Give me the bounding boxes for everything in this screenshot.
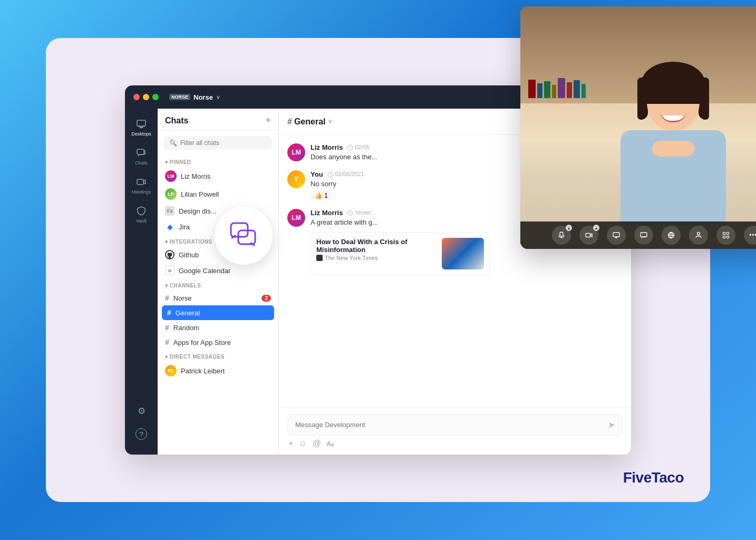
help-icon: ? [135, 428, 147, 440]
app-title: Norse [193, 93, 213, 101]
meetings-icon [135, 176, 147, 188]
chat-name-general: General [176, 309, 200, 317]
sidebar-item-meetings[interactable]: Meetings [128, 172, 154, 199]
vc-share-button[interactable] [689, 226, 708, 245]
chat-item-google-calendar[interactable]: G Google Calendar [158, 263, 278, 278]
design-icon: Fa [165, 206, 175, 216]
svg-rect-20 [723, 236, 725, 238]
norse-badge: 2 [261, 295, 271, 302]
msg2-reaction[interactable]: 👍 1 [311, 191, 332, 200]
maximize-button[interactable] [152, 94, 159, 100]
vc-mic-button[interactable]: ▲ [552, 226, 571, 245]
format-button[interactable]: Aₐ [326, 440, 334, 448]
smile [660, 111, 686, 122]
vc-screen-button[interactable] [607, 226, 626, 245]
chat-item-lilian-powell[interactable]: LP Lilian Powell [158, 185, 278, 203]
close-button[interactable] [133, 94, 140, 100]
camera-arrow: ▲ [593, 225, 599, 231]
filter-input-area[interactable]: 🔍 [164, 136, 272, 150]
chat-name-design-dis: Design dis... [179, 207, 217, 215]
shelf-books [528, 78, 586, 98]
chat-name-apps-for-app-store: Apps for App Store [173, 339, 231, 346]
avatar-msg1: LM [287, 143, 305, 161]
sidebar-item-desktops[interactable]: Desktops [128, 114, 154, 141]
channels-title: Chats [165, 116, 188, 126]
meetings-label: Meetings [132, 189, 151, 195]
link-preview-source: The New York Times [316, 255, 437, 261]
chats-icon [135, 147, 147, 159]
app-chevron-icon[interactable]: ∨ [216, 94, 220, 100]
mention-button[interactable]: @ [313, 439, 321, 448]
github-icon [165, 250, 175, 259]
vc-camera-button[interactable]: ▲ [579, 226, 598, 245]
chat-item-norse[interactable]: # Norse 2 [158, 291, 278, 305]
filter-input[interactable] [180, 139, 267, 147]
filter-icon: 🔍 [169, 139, 177, 147]
chat-name-liz-morris: Liz Morris [181, 172, 210, 180]
msg2-time: 02/06/2021 [327, 171, 364, 178]
chats-label: Chats [135, 160, 148, 166]
send-button[interactable]: ➤ [608, 420, 615, 430]
chat-item-liz-morris[interactable]: LM Liz Morris [158, 167, 278, 185]
hash-icon-general: # [167, 308, 171, 317]
brand-name: FiveTaco [623, 469, 684, 486]
face-container [644, 67, 702, 136]
msg3-time: Yester... [347, 209, 375, 216]
svg-rect-3 [137, 149, 144, 155]
hands [652, 141, 694, 157]
hash-icon-apps: # [165, 338, 169, 346]
msg3-sender: Liz Morris [311, 209, 343, 217]
vc-grid-button[interactable] [716, 226, 735, 245]
app-name-area: NORSE Norse ∨ [169, 93, 220, 101]
svg-rect-18 [723, 233, 725, 235]
vc-chat-button[interactable] [634, 226, 653, 245]
link-preview-image [442, 238, 484, 269]
svg-rect-1 [140, 127, 143, 128]
person-video [610, 56, 736, 225]
svg-rect-0 [137, 120, 146, 126]
outer-card: FiveTaco NORSE Norse ∨ 🔍 [46, 38, 710, 502]
avatar-patrick-leibert: PL [165, 365, 177, 377]
video-background [520, 6, 756, 249]
vc-globe-button[interactable] [662, 226, 681, 245]
add-channel-button[interactable]: + [265, 115, 271, 126]
svg-rect-19 [727, 233, 729, 235]
minimize-button[interactable] [143, 94, 149, 100]
chat-bubble-icon [230, 222, 257, 249]
chat-item-patrick-leibert[interactable]: PL Patrick Leibert [158, 362, 278, 380]
mic-arrow: ▲ [566, 225, 572, 231]
chat-name-google-calendar: Google Calendar [179, 267, 230, 275]
desktops-icon [135, 118, 147, 130]
app-badge: NORSE [169, 94, 190, 100]
chat-bubble-overlay [215, 207, 273, 265]
chat-name-lilian-powell: Lilian Powell [181, 190, 219, 198]
message-input-box: ➤ [287, 414, 623, 436]
vc-more-button[interactable]: ••• [744, 226, 756, 245]
svg-rect-21 [727, 236, 729, 238]
add-attachment-button[interactable]: + [288, 439, 293, 448]
chat-name-norse: Norse [173, 294, 192, 302]
hash-icon-norse: # [165, 294, 169, 302]
chat-item-random[interactable]: # Random [158, 320, 278, 335]
msg2-sender: You [311, 170, 323, 178]
input-toolbar: + ☺ @ Aₐ [287, 436, 623, 448]
channel-chevron-icon[interactable]: ∨ [328, 118, 332, 125]
video-call-overlay: ▲ ▲ [520, 6, 756, 249]
message-input[interactable] [295, 421, 603, 429]
svg-rect-4 [137, 179, 143, 185]
chat-item-apps-for-app-store[interactable]: # Apps for App Store [158, 335, 278, 350]
vault-icon [135, 205, 147, 217]
svg-rect-11 [613, 233, 619, 237]
link-preview-text: How to Deal With a Crisis of Misinformat… [316, 238, 437, 261]
sidebar-item-chats[interactable]: Chats [128, 143, 154, 170]
sidebar-item-settings[interactable]: ⚙ [128, 401, 154, 421]
msg1-sender: Liz Morris [311, 143, 343, 151]
emoji-button[interactable]: ☺ [298, 439, 307, 448]
settings-icon: ⚙ [135, 405, 147, 417]
sidebar-item-help[interactable]: ? [128, 424, 154, 444]
chat-channel-name: # General ∨ [287, 117, 332, 127]
section-channels-label: ▾ CHANNELS [158, 278, 278, 291]
chat-item-general[interactable]: # General [162, 305, 274, 320]
jira-diamond-icon: ◆ [167, 223, 173, 231]
sidebar-item-vault[interactable]: Vault [128, 201, 154, 228]
